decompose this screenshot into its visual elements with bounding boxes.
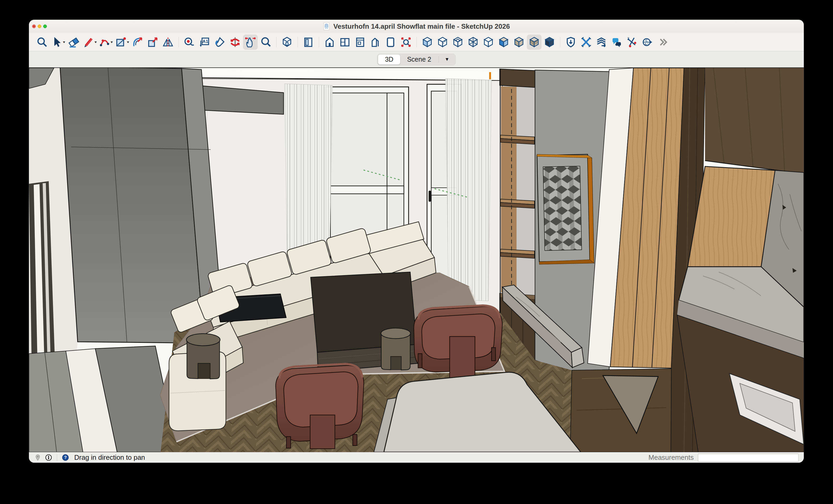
tool-feedback[interactable] (609, 34, 624, 50)
geolocation-icon[interactable] (34, 454, 41, 461)
tool-caret-icon[interactable]: ▾ (63, 40, 65, 44)
tool-overflow[interactable] (655, 34, 670, 50)
svg-text:?: ? (64, 455, 67, 460)
tab-scene-2[interactable]: Scene 2 (400, 54, 438, 65)
shapes-icon (115, 36, 127, 48)
tool-style-monochrome[interactable] (511, 34, 526, 50)
tool-pan[interactable] (243, 34, 258, 50)
help-icon[interactable]: ? (62, 454, 69, 461)
tool-component[interactable] (301, 34, 316, 50)
toolbar-separator (560, 37, 560, 47)
tab-3d[interactable]: 3D (378, 54, 400, 65)
measurements-input[interactable] (698, 454, 799, 462)
model-viewport[interactable] (29, 68, 804, 452)
tool-style-shaded[interactable] (420, 34, 435, 50)
tool-purge[interactable] (564, 34, 578, 50)
feedback-icon (611, 36, 623, 48)
style-monochrome-icon (513, 36, 525, 48)
tool-offset[interactable] (130, 34, 145, 50)
toolbar-separator (178, 37, 179, 47)
tool-style-xray[interactable] (450, 34, 465, 50)
tool-style-textured[interactable] (527, 34, 542, 50)
tool-text[interactable]: A1 (197, 34, 212, 50)
arcs-icon (98, 36, 111, 48)
door-handle (429, 191, 431, 202)
toolbar-separator (276, 37, 277, 47)
window-title-row: Vesturhofn 14.april Showflat main file -… (323, 22, 510, 30)
tool-caret-icon[interactable]: ▾ (111, 40, 113, 44)
tool-line[interactable]: ▾ (81, 34, 97, 50)
tool-caret-icon[interactable]: ▾ (95, 40, 97, 44)
viewport-canvas[interactable] (29, 68, 804, 452)
style-shaded-tan-icon (498, 36, 510, 48)
scene-dropdown-icon[interactable]: ▼ (439, 54, 455, 65)
tape-measure-icon (183, 36, 195, 48)
tool-axes[interactable] (579, 34, 593, 50)
tool-orbit[interactable] (228, 34, 242, 50)
inference-icon: 3 (626, 36, 638, 48)
axes-icon (580, 36, 592, 48)
select-icon (51, 36, 63, 48)
tool-3d-warehouse[interactable] (280, 34, 294, 50)
section-icon (385, 36, 397, 48)
document-proxy-icon[interactable] (323, 22, 330, 30)
split-view-icon (339, 36, 351, 48)
purge-icon (565, 36, 577, 48)
tool-shapes[interactable]: ▾ (114, 34, 130, 50)
sketchup-window: Vesturhofn 14.april Showflat main file -… (29, 20, 804, 463)
panel-icon (354, 36, 366, 48)
close-button[interactable] (32, 24, 36, 28)
svg-text:C: C (646, 39, 648, 42)
tool-style-dark[interactable] (542, 34, 557, 50)
zoom-button[interactable] (43, 24, 47, 28)
flip-icon (162, 36, 174, 48)
tool-zoom[interactable] (258, 34, 273, 50)
kitchen-soffit (705, 68, 804, 174)
paint-bucket-icon (214, 36, 226, 48)
tool-inference[interactable]: 3 (624, 34, 639, 50)
credits-icon[interactable] (45, 454, 52, 461)
minimize-button[interactable] (38, 24, 41, 28)
tool-eraser[interactable] (66, 34, 81, 50)
text-icon: A1 (198, 36, 211, 48)
tool-style-wireframe[interactable] (466, 34, 480, 50)
status-text: Drag in direction to pan (74, 453, 145, 462)
measurements-group: Measurements (648, 453, 799, 462)
tool-detail-marker[interactable]: CA-5 (640, 34, 654, 50)
tool-tape-measure[interactable] (182, 34, 197, 50)
tool-panel[interactable] (353, 34, 367, 50)
tool-export-layers[interactable] (594, 34, 609, 50)
tool-structure[interactable] (368, 34, 383, 50)
tool-flip[interactable] (161, 34, 175, 50)
tool-style-hidden-line[interactable] (481, 34, 496, 50)
tool-section[interactable] (383, 34, 398, 50)
style-dark-icon (543, 36, 555, 48)
3d-warehouse-icon (281, 36, 293, 48)
side-stool-center (381, 328, 410, 370)
style-wireframe-icon (467, 36, 479, 48)
svg-text:A1: A1 (203, 39, 208, 44)
scene-tab-strip: 3D Scene 2 ▼ (29, 51, 804, 68)
section-marker-orange (489, 72, 491, 79)
measurements-label: Measurements (648, 453, 694, 462)
tool-split-view[interactable] (337, 34, 352, 50)
home-icon (324, 36, 336, 48)
geometric-artwork (537, 153, 594, 264)
desktop: Vesturhofn 14.april Showflat main file -… (0, 0, 833, 504)
eraser-icon (68, 36, 80, 48)
toolbar-separator (416, 37, 417, 47)
tool-arcs[interactable]: ▾ (98, 34, 114, 50)
tool-paint-bucket[interactable] (212, 34, 227, 50)
title-bar[interactable]: Vesturhofn 14.april Showflat main file -… (29, 20, 804, 33)
tool-search[interactable] (35, 34, 49, 50)
tool-select[interactable]: ▾ (50, 34, 66, 50)
style-textured-icon (528, 36, 540, 48)
tool-push-pull[interactable] (145, 34, 160, 50)
tool-zoom-extents[interactable] (399, 34, 413, 50)
tool-home[interactable] (322, 34, 337, 50)
tool-caret-icon[interactable]: ▾ (127, 40, 129, 44)
tool-style-shaded-tan[interactable] (496, 34, 511, 50)
tool-style-back-edges[interactable] (435, 34, 450, 50)
style-shaded-icon (421, 36, 433, 48)
window-controls (32, 20, 47, 33)
